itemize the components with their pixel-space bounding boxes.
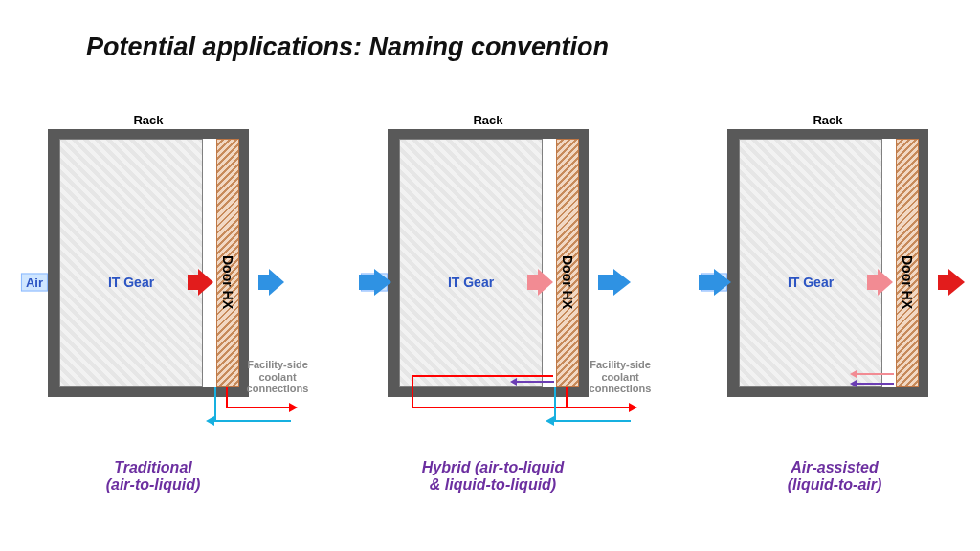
caption-2-line2: & liquid-to-liquid): [430, 476, 556, 493]
door-hx-label-2: Door HX: [560, 255, 575, 309]
caption-1-line2: (air-to-liquid): [106, 476, 201, 493]
coolant-line3-1: connections: [247, 383, 309, 394]
coolant-line1-1: Facility-side: [247, 359, 308, 370]
pipe-hot-drop-1: [226, 387, 228, 407]
pipe-cold-in-1: [214, 420, 291, 422]
coolant-label-2: Facility-side coolant connections: [577, 359, 663, 395]
outlet-arrow-2: [598, 269, 631, 296]
coolant-line2-1: coolant: [258, 371, 296, 383]
inlet-arrow-2: [359, 269, 391, 296]
pipe-cold-in-2: [554, 420, 631, 422]
pipe-internal-return-arrow-3: [850, 380, 857, 387]
gap-traditional: [203, 139, 216, 387]
pipe-hot-arrow-2: [629, 403, 637, 412]
it-gear-traditional: [59, 139, 203, 387]
coolant-line2-2: coolant: [601, 371, 638, 383]
it-gear-label-2: IT Gear: [448, 275, 494, 290]
pipe-internal-return-3: [857, 383, 894, 385]
door-hx-label-3: Door HX: [900, 255, 915, 309]
gap-hybrid: [543, 139, 556, 387]
mid-arrow-1: [188, 269, 213, 296]
coolant-label-1: Facility-side coolant connections: [234, 359, 321, 395]
caption-2-line1: Hybrid (air-to-liquid: [422, 459, 564, 475]
caption-1: Traditional (air-to-liquid): [106, 459, 201, 494]
pipe-internal-supply-3: [857, 373, 894, 375]
pipe-return-arrow-2: [510, 378, 517, 386]
caption-3-line1: Air-assisted: [791, 459, 879, 475]
inlet-arrow-3: [699, 269, 731, 296]
it-gear-label-3: IT Gear: [788, 275, 834, 290]
pipe-hot-out-2: [412, 407, 629, 408]
slide-title: Potential applications: Naming conventio…: [86, 33, 609, 62]
pipe-hot-drop-2: [566, 387, 568, 407]
coolant-line1-2: Facility-side: [590, 359, 651, 370]
gap-air-assisted: [882, 139, 896, 387]
pipe-cold-arrow-1: [206, 416, 214, 426]
outlet-arrow-1: [258, 269, 284, 296]
rack-label-2: Rack: [473, 113, 502, 127]
caption-3: Air-assisted (liquid-to-air): [788, 459, 882, 494]
pipe-hot-arrow-1: [289, 403, 298, 412]
caption-1-line1: Traditional: [114, 459, 192, 475]
door-hx-label-1: Door HX: [220, 255, 235, 309]
air-tag-1: Air: [21, 274, 48, 292]
outlet-arrow-3: [938, 269, 965, 296]
pipe-cold-drop-1: [214, 387, 216, 420]
pipe-cold-drop-2: [554, 387, 556, 420]
pipe-internal-supply-arrow-3: [850, 370, 857, 378]
pipe-internal-drop-2: [412, 375, 413, 408]
caption-3-line2: (liquid-to-air): [788, 476, 882, 493]
it-gear-label-1: IT Gear: [108, 275, 154, 290]
rack-label-1: Rack: [133, 113, 163, 127]
caption-2: Hybrid (air-to-liquid & liquid-to-liquid…: [422, 459, 564, 494]
rack-label-3: Rack: [813, 113, 842, 127]
it-gear-air-assisted: [739, 139, 882, 387]
mid-arrow-2: [527, 269, 553, 296]
it-gear-hybrid: [399, 139, 543, 387]
mid-arrow-3: [867, 269, 893, 296]
coolant-line3-2: connections: [590, 383, 652, 394]
pipe-hot-out-1: [226, 407, 289, 408]
pipe-internal-supply-2a: [412, 375, 553, 377]
pipe-cold-arrow-2: [546, 416, 554, 426]
pipe-return-2: [517, 381, 554, 383]
